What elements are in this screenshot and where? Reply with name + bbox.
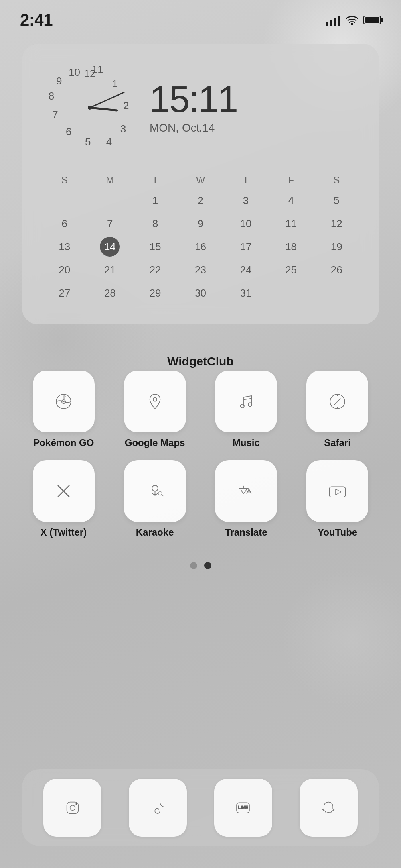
- karaoke-label: Karaoke: [136, 527, 174, 538]
- cal-29: 29: [145, 283, 165, 303]
- clock-num-8: 8: [49, 90, 54, 102]
- pokemon-go-label: Pokémon GO: [33, 437, 94, 448]
- cal-header-s1: S: [42, 171, 87, 189]
- cal-26: 26: [326, 260, 346, 280]
- safari-label: Safari: [324, 437, 351, 448]
- translate-label: Translate: [225, 527, 267, 538]
- battery-icon: [363, 16, 381, 24]
- cal-25: 25: [281, 260, 301, 280]
- cal-8: 8: [145, 214, 165, 234]
- status-time: 2:41: [20, 10, 53, 29]
- clock-minute-hand: [89, 92, 124, 108]
- clock-center: [88, 106, 92, 110]
- youtube-icon[interactable]: [306, 460, 368, 522]
- cal-1: 1: [145, 190, 165, 210]
- cal-row-2: 6 7 8 9 10 11 12: [42, 212, 359, 235]
- cal-row-1: 1 2 3 4 5: [42, 189, 359, 212]
- cal-27: 27: [55, 283, 75, 303]
- status-icons: [326, 14, 381, 26]
- cal-header-w: W: [178, 171, 223, 189]
- cal-18: 18: [281, 237, 301, 257]
- calendar: S M T W T F S 1 2 3 4 5 6 7 8 9 10 11 12: [42, 171, 359, 304]
- app-item-youtube[interactable]: YouTube: [296, 460, 379, 538]
- svg-line-12: [161, 494, 163, 496]
- clock-num-3: 3: [120, 122, 126, 135]
- clock-num-10: 10: [69, 66, 80, 79]
- app-item-twitter[interactable]: X (Twitter): [22, 460, 105, 538]
- cal-9: 9: [190, 214, 210, 234]
- music-icon[interactable]: [215, 371, 277, 432]
- digital-time-section: 15:11 MON, Oct.14: [150, 81, 359, 134]
- clock-section: 12 1 2 3 4 5 6 7 8 9 10 11 15:11 MON, Oc…: [42, 60, 359, 155]
- cal-17: 17: [236, 237, 256, 257]
- digital-time: 15:11: [150, 81, 359, 118]
- music-label: Music: [233, 437, 260, 448]
- page-dot-1[interactable]: [190, 562, 197, 569]
- cal-16: 16: [190, 237, 210, 257]
- app-grid: Pokémon GO Google Maps Music: [22, 371, 379, 538]
- cal-6: 6: [55, 214, 75, 234]
- clock-num-9: 9: [56, 75, 62, 87]
- svg-line-6: [244, 398, 251, 400]
- app-item-safari[interactable]: Safari: [296, 371, 379, 448]
- translate-icon[interactable]: [215, 460, 277, 522]
- cal-row-5: 27 28 29 30 31: [42, 281, 359, 304]
- wifi-icon: [346, 15, 358, 25]
- clock-calendar-widget[interactable]: 12 1 2 3 4 5 6 7 8 9 10 11 15:11 MON, Oc…: [22, 44, 379, 324]
- clock-hour-hand: [90, 107, 118, 112]
- page-dot-2[interactable]: [204, 562, 211, 569]
- app-item-karaoke[interactable]: Karaoke: [113, 460, 197, 538]
- status-bar: 2:41: [0, 0, 401, 32]
- cal-21: 21: [100, 260, 120, 280]
- svg-text:LINE: LINE: [238, 805, 249, 810]
- safari-icon[interactable]: [306, 371, 368, 432]
- app-item-google-maps[interactable]: Google Maps: [113, 371, 197, 448]
- analog-clock: 12 1 2 3 4 5 6 7 8 9 10 11: [42, 60, 138, 155]
- dock-instagram[interactable]: [43, 779, 101, 837]
- dock: LINE: [22, 769, 379, 846]
- cal-19: 19: [326, 237, 346, 257]
- twitter-icon[interactable]: [33, 460, 95, 522]
- clock-num-5: 5: [85, 136, 91, 148]
- svg-point-0: [352, 24, 353, 25]
- karaoke-icon[interactable]: [124, 460, 186, 522]
- google-maps-icon[interactable]: [124, 371, 186, 432]
- cal-13: 13: [55, 237, 75, 257]
- svg-point-20: [76, 803, 77, 804]
- google-maps-label: Google Maps: [125, 437, 185, 448]
- clock-num-11: 11: [92, 63, 103, 76]
- clock-num-7: 7: [52, 108, 58, 120]
- clock-num-1: 1: [112, 78, 117, 90]
- cal-31: 31: [236, 283, 256, 303]
- dock-line[interactable]: LINE: [214, 779, 272, 837]
- cal-header-t2: T: [223, 171, 269, 189]
- widgetclub-label: WidgetClub: [0, 355, 401, 368]
- svg-point-19: [70, 805, 75, 810]
- app-item-translate[interactable]: Translate: [205, 460, 288, 538]
- calendar-header: S M T W T F S: [42, 171, 359, 189]
- clock-num-4: 4: [106, 136, 112, 148]
- cal-24: 24: [236, 260, 256, 280]
- cal-30: 30: [190, 283, 210, 303]
- signal-icon: [326, 14, 340, 26]
- app-item-music[interactable]: Music: [205, 371, 288, 448]
- cal-5: 5: [326, 190, 346, 210]
- dock-tiktok[interactable]: [129, 779, 187, 837]
- cal-11: 11: [281, 214, 301, 234]
- pokemon-go-icon[interactable]: [33, 371, 95, 432]
- cal-row-4: 20 21 22 23 24 25 26: [42, 258, 359, 281]
- cal-23: 23: [190, 260, 210, 280]
- page-dots: [0, 562, 401, 569]
- cal-row-3: 13 14 15 16 17 18 19: [42, 235, 359, 258]
- app-item-pokemon-go[interactable]: Pokémon GO: [22, 371, 105, 448]
- cal-7: 7: [100, 214, 120, 234]
- cal-header-t1: T: [132, 171, 178, 189]
- dock-snapchat[interactable]: [300, 779, 358, 837]
- cal-2: 2: [190, 190, 210, 210]
- clock-num-2: 2: [123, 100, 129, 112]
- cal-20: 20: [55, 260, 75, 280]
- cal-4: 4: [281, 190, 301, 210]
- twitter-label: X (Twitter): [41, 527, 87, 538]
- youtube-label: YouTube: [318, 527, 357, 538]
- cal-3: 3: [236, 190, 256, 210]
